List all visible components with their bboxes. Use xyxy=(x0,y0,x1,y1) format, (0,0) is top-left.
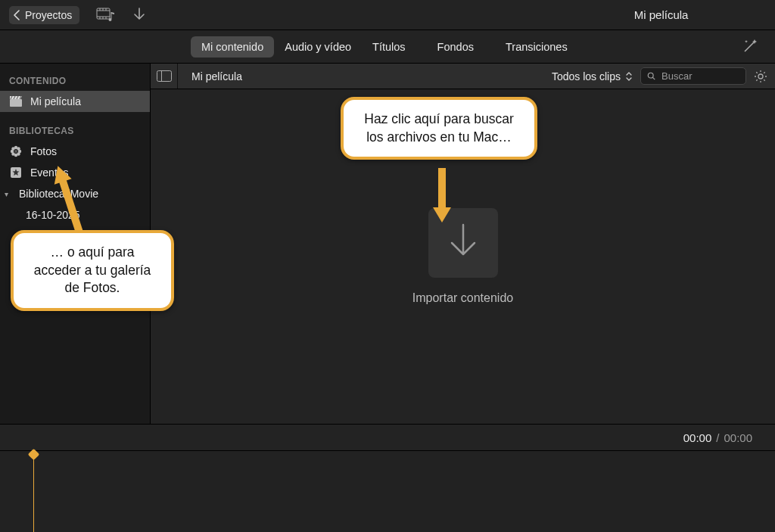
tab-audio-video[interactable]: Audio y vídeo xyxy=(274,36,362,58)
download-arrow-icon xyxy=(446,222,481,264)
sidebar-item-photos[interactable]: Fotos xyxy=(0,141,150,162)
star-icon xyxy=(9,166,23,179)
svg-point-28 xyxy=(11,147,14,150)
tab-my-content[interactable]: Mi contenido xyxy=(191,36,274,58)
back-projects-button[interactable]: Proyectos xyxy=(9,6,79,24)
chevron-left-icon xyxy=(14,10,20,20)
back-label: Proyectos xyxy=(25,9,72,21)
search-icon xyxy=(647,71,655,81)
playhead[interactable] xyxy=(33,451,34,532)
svg-line-21 xyxy=(756,79,757,80)
chevron-down-icon: ▾ xyxy=(5,190,8,198)
enhance-wand-button[interactable] xyxy=(742,38,758,54)
svg-line-22 xyxy=(764,72,764,73)
clip-filter-dropdown[interactable]: Todos los clips xyxy=(552,70,633,82)
timecode-separator: / xyxy=(716,431,719,444)
sidebar-item-events[interactable]: Eventos xyxy=(0,162,150,183)
browser-tabbar: Mi contenido Audio y vídeo Títulos Fondo… xyxy=(0,30,775,64)
svg-point-9 xyxy=(109,18,112,21)
tab-transitions[interactable]: Transiciones xyxy=(495,36,578,58)
timeline[interactable] xyxy=(0,450,775,532)
download-arrow-icon xyxy=(132,8,146,23)
import-placeholder: Importar contenido xyxy=(412,208,513,305)
browser-search[interactable] xyxy=(640,67,746,85)
svg-point-29 xyxy=(17,147,20,150)
annotation-callout-import: Haz clic aquí para buscar los archivos e… xyxy=(341,97,537,160)
svg-point-14 xyxy=(758,74,763,79)
sidebar-toggle-button[interactable] xyxy=(151,64,178,89)
magic-wand-icon xyxy=(742,38,758,54)
svg-point-31 xyxy=(17,152,20,155)
sidebar-layout-icon xyxy=(157,70,172,82)
annotation-callout-photos: … o aquí para acceder a tu galería de Fo… xyxy=(11,230,174,311)
top-toolbar: Proyectos Mi película xyxy=(0,0,775,30)
svg-line-13 xyxy=(652,77,655,79)
svg-line-19 xyxy=(756,72,757,73)
clip-filter-label: Todos los clips xyxy=(552,70,621,82)
gear-icon xyxy=(754,70,767,83)
window-title: Mi película xyxy=(556,8,766,21)
filmstrip-music-icon xyxy=(96,8,116,23)
timecode-total: 00:00 xyxy=(724,431,752,444)
photos-flower-icon xyxy=(9,145,23,157)
svg-point-30 xyxy=(11,152,14,155)
svg-point-32 xyxy=(14,150,17,153)
svg-rect-10 xyxy=(157,71,171,82)
sidebar-header-content: CONTENIDO xyxy=(0,73,150,91)
svg-line-20 xyxy=(764,79,764,80)
tab-titles[interactable]: Títulos xyxy=(362,36,416,58)
sidebar-item-label: Fotos xyxy=(30,145,57,157)
search-input[interactable] xyxy=(660,70,739,82)
media-library-button[interactable] xyxy=(96,8,116,23)
tab-backgrounds[interactable]: Fondos xyxy=(427,36,484,58)
browser-project-name: Mi película xyxy=(185,70,242,82)
import-button[interactable] xyxy=(132,8,146,23)
annotation-arrow-icon xyxy=(431,168,453,224)
svg-rect-23 xyxy=(10,99,22,107)
import-content-label: Importar contenido xyxy=(412,291,513,305)
timecode-current: 00:00 xyxy=(683,431,712,444)
clapperboard-icon xyxy=(9,96,23,107)
timeline-header: 00:00 / 00:00 xyxy=(0,424,775,450)
sidebar-item-my-movie[interactable]: Mi película xyxy=(0,91,150,112)
sidebar-item-label: Mi película xyxy=(30,95,81,107)
updown-chevron-icon xyxy=(625,71,633,82)
sidebar-header-libraries: BIBLIOTECAS xyxy=(0,123,150,141)
svg-point-12 xyxy=(648,73,653,78)
browser-settings-button[interactable] xyxy=(754,70,767,83)
browser-header: Mi película Todos los clips xyxy=(151,64,775,89)
